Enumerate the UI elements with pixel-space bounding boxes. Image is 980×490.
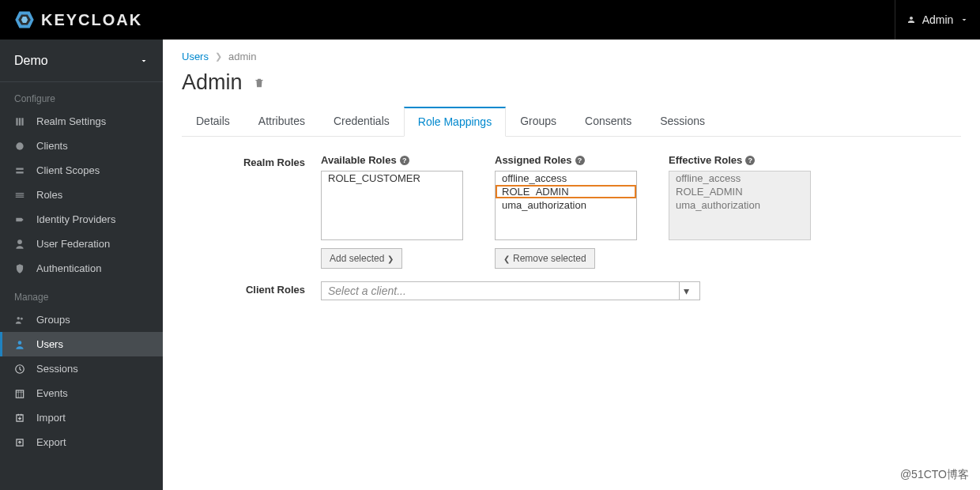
- sidebar-item-groups[interactable]: Groups: [0, 307, 163, 332]
- sidebar-item-label: Users: [36, 338, 63, 350]
- tab-sessions[interactable]: Sessions: [646, 107, 719, 137]
- import-icon: [14, 413, 25, 424]
- chevron-down-icon: [959, 15, 969, 24]
- assigned-roles-listbox[interactable]: offline_accessROLE_ADMINuma_authorizatio…: [495, 171, 637, 240]
- assigned-roles-column: Assigned Roles? offline_accessROLE_ADMIN…: [495, 154, 637, 269]
- sidebar-item-label: Events: [36, 387, 68, 399]
- user-icon: [906, 15, 916, 24]
- tab-groups[interactable]: Groups: [506, 107, 571, 137]
- sidebar-item-export[interactable]: Export: [0, 430, 163, 454]
- available-roles-listbox[interactable]: ROLE_CUSTOMER: [321, 171, 463, 240]
- section-title-configure: Configure: [0, 82, 163, 109]
- sidebar-item-label: Authentication: [36, 262, 101, 274]
- authentication-icon: [14, 263, 25, 274]
- breadcrumb-root[interactable]: Users: [182, 51, 209, 62]
- sessions-icon: [14, 364, 25, 375]
- sidebar-item-label: Clients: [36, 140, 68, 152]
- help-icon[interactable]: ?: [400, 156, 409, 165]
- sidebar-item-realm-settings[interactable]: Realm Settings: [0, 109, 163, 134]
- tab-details[interactable]: Details: [182, 107, 244, 137]
- sidebar-item-authentication[interactable]: Authentication: [0, 256, 163, 281]
- svg-rect-6: [16, 193, 24, 194]
- role-mappings-form: Realm Roles Available Roles? ROLE_CUSTOM…: [182, 137, 961, 300]
- svg-point-3: [16, 142, 23, 149]
- sidebar-item-import[interactable]: Import: [0, 405, 163, 430]
- realm-settings-icon: [14, 116, 25, 127]
- sidebar-item-user-federation[interactable]: User Federation: [0, 232, 163, 256]
- sidebar-item-roles[interactable]: Roles: [0, 183, 163, 207]
- tab-attributes[interactable]: Attributes: [244, 107, 319, 137]
- sidebar: Demo Configure Realm SettingsClientsClie…: [0, 40, 163, 490]
- watermark: @51CTO博客: [900, 468, 969, 482]
- identity-providers-icon: [14, 214, 25, 225]
- svg-point-10: [21, 317, 23, 319]
- sidebar-item-label: Sessions: [36, 363, 78, 375]
- assigned-roles-label: Assigned Roles: [495, 154, 572, 166]
- client-select-placeholder: Select a client...: [328, 285, 406, 297]
- realm-roles-label: Realm Roles: [182, 154, 321, 168]
- events-icon: [14, 388, 25, 399]
- sidebar-item-label: Realm Settings: [36, 115, 106, 127]
- sidebar-item-sessions[interactable]: Sessions: [0, 356, 163, 381]
- sidebar-item-label: Roles: [36, 189, 62, 201]
- sidebar-item-label: User Federation: [36, 238, 110, 250]
- help-icon[interactable]: ?: [745, 156, 755, 165]
- tab-role-mappings[interactable]: Role Mappings: [404, 107, 506, 137]
- delete-icon[interactable]: [254, 77, 265, 89]
- available-roles-label: Available Roles: [321, 154, 397, 166]
- breadcrumb: Users ❯ admin: [182, 51, 961, 62]
- chevron-right-icon: ❯: [215, 51, 222, 62]
- logo[interactable]: KEYCLOAK: [14, 9, 142, 30]
- tab-consents[interactable]: Consents: [571, 107, 646, 137]
- svg-rect-4: [16, 168, 23, 169]
- list-item: offline_access: [669, 172, 810, 185]
- users-icon: [14, 339, 25, 350]
- list-item[interactable]: ROLE_ADMIN: [496, 185, 636, 198]
- sidebar-item-identity-providers[interactable]: Identity Providers: [0, 207, 163, 232]
- topbar: KEYCLOAK Admin: [0, 0, 980, 40]
- page-title: Admin: [182, 70, 243, 95]
- list-item: ROLE_ADMIN: [669, 185, 810, 198]
- chevron-right-icon: ❯: [387, 254, 394, 263]
- svg-rect-8: [16, 196, 24, 197]
- client-select[interactable]: Select a client... ▾: [321, 281, 700, 300]
- sidebar-item-users[interactable]: Users: [0, 332, 163, 356]
- chevron-left-icon: ❮: [503, 254, 510, 263]
- tab-credentials[interactable]: Credentials: [319, 107, 404, 137]
- sidebar-item-label: Import: [36, 412, 66, 424]
- sidebar-item-label: Identity Providers: [36, 213, 115, 225]
- effective-roles-column: Effective Roles? offline_accessROLE_ADMI…: [669, 154, 811, 269]
- breadcrumb-current: admin: [228, 51, 256, 62]
- chevron-down-icon: [139, 56, 149, 66]
- effective-roles-listbox: offline_accessROLE_ADMINuma_authorizatio…: [669, 171, 811, 240]
- sidebar-item-events[interactable]: Events: [0, 381, 163, 405]
- remove-selected-button[interactable]: ❮Remove selected: [495, 248, 595, 269]
- svg-rect-13: [16, 390, 23, 397]
- svg-rect-5: [16, 172, 23, 173]
- available-roles-column: Available Roles? ROLE_CUSTOMER Add selec…: [321, 154, 463, 269]
- realm-selector[interactable]: Demo: [0, 40, 163, 82]
- client-roles-label: Client Roles: [182, 281, 321, 296]
- client-scopes-icon: [14, 165, 25, 176]
- list-item[interactable]: offline_access: [496, 172, 636, 185]
- sidebar-item-client-scopes[interactable]: Client Scopes: [0, 158, 163, 183]
- clients-icon: [14, 141, 25, 152]
- roles-icon: [14, 190, 25, 201]
- list-item[interactable]: uma_authorization: [496, 198, 636, 212]
- add-selected-button[interactable]: Add selected❯: [321, 248, 402, 269]
- effective-roles-label: Effective Roles: [669, 154, 742, 166]
- user-federation-icon: [14, 239, 25, 250]
- help-icon[interactable]: ?: [575, 156, 585, 165]
- list-item[interactable]: ROLE_CUSTOMER: [322, 172, 462, 185]
- sidebar-item-label: Export: [36, 436, 66, 448]
- content: Users ❯ admin Admin DetailsAttributesCre…: [163, 40, 980, 490]
- user-menu[interactable]: Admin: [895, 0, 980, 40]
- section-title-manage: Manage: [0, 281, 163, 307]
- dropdown-toggle-icon: ▾: [679, 282, 693, 300]
- realm-name: Demo: [14, 54, 48, 68]
- sidebar-item-clients[interactable]: Clients: [0, 134, 163, 158]
- tabs: DetailsAttributesCredentialsRole Mapping…: [182, 106, 961, 137]
- list-item: uma_authorization: [669, 198, 810, 212]
- export-icon: [14, 437, 25, 448]
- groups-icon: [14, 315, 25, 326]
